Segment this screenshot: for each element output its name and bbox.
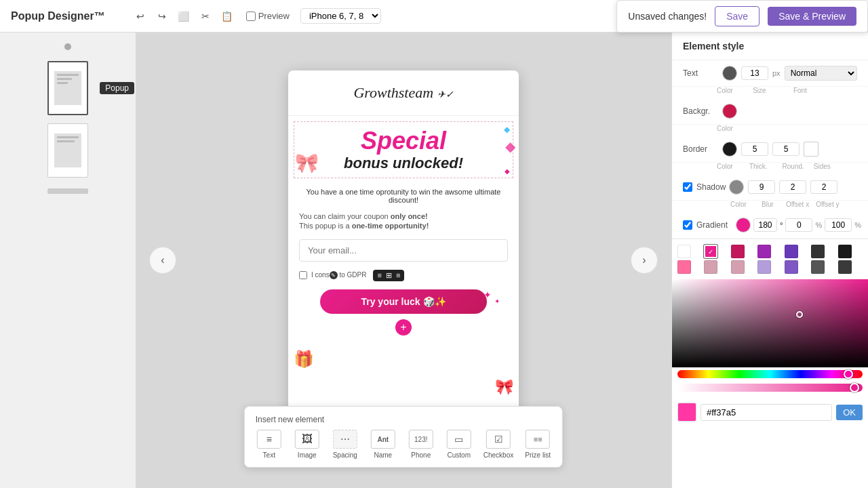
- insert-label-checkbox: Checkbox: [484, 451, 513, 459]
- hue-slider[interactable]: [677, 370, 863, 378]
- gradient-color-swatch[interactable]: [736, 218, 751, 232]
- b-thick-sublabel: Thick.: [749, 163, 768, 170]
- preset-lightpink[interactable]: [677, 260, 691, 274]
- preset-mediumpurple[interactable]: [757, 260, 771, 274]
- plus-button[interactable]: +: [395, 319, 412, 336]
- preset-gray[interactable]: [811, 260, 825, 274]
- border-sublabels: Color Thick. Round. Sides: [672, 163, 868, 174]
- color-ok-button[interactable]: OK: [836, 405, 863, 420]
- align-right-icon[interactable]: ≡: [396, 271, 400, 279]
- insert-item-checkbox[interactable]: ☑ Checkbox: [484, 430, 513, 459]
- nav-arrow-right[interactable]: ›: [631, 247, 658, 274]
- popup-cta-button[interactable]: Try your luck 🎲✨: [320, 289, 487, 314]
- popup-bonus-text: bonus unlocked!: [300, 155, 507, 172]
- preset-purple[interactable]: [757, 245, 771, 258]
- preset-darkgray[interactable]: [811, 245, 825, 258]
- shadow-offset-y-input[interactable]: [810, 180, 837, 194]
- shadow-checkbox[interactable]: [683, 182, 692, 192]
- color-gradient-area[interactable]: [672, 279, 868, 367]
- insert-label-phone: Phone: [411, 451, 431, 459]
- corner-decoration-br: ◆: [505, 167, 510, 175]
- page-indicator-dot: [64, 43, 71, 50]
- preview-label[interactable]: Preview: [246, 11, 290, 21]
- preset-white[interactable]: [677, 245, 691, 258]
- insert-item-image[interactable]: 🖼 Image: [294, 430, 321, 459]
- popup-email-input[interactable]: [299, 239, 508, 262]
- backgr-controls: [722, 104, 857, 119]
- save-button[interactable]: Save: [715, 6, 760, 26]
- copy-icon[interactable]: ⬜: [176, 8, 192, 24]
- insert-label-custom: Custom: [448, 451, 471, 459]
- phone-frame: Growthsteam ✈︎✓ ◆ ◆ Special bonus unlock…: [288, 70, 519, 450]
- text-color-swatch[interactable]: [722, 66, 737, 81]
- hue-slider-area: [672, 367, 868, 381]
- cut-icon[interactable]: ✂: [197, 8, 214, 24]
- backgr-color-swatch[interactable]: [722, 104, 737, 119]
- text-sublabels: Color Size Font: [672, 87, 868, 98]
- align-center-icon[interactable]: ⊞: [386, 271, 392, 280]
- insert-item-name[interactable]: Ant Name: [370, 430, 397, 459]
- paste-icon[interactable]: 📋: [219, 8, 235, 24]
- save-preview-button[interactable]: Save & Preview: [768, 7, 856, 26]
- shadow-sublabels: Color Blur Offset x Offset y: [672, 201, 868, 212]
- thumb-line: [57, 140, 75, 142]
- gradient-checkbox[interactable]: [683, 220, 692, 230]
- font-select[interactable]: Normal: [785, 66, 857, 81]
- insert-label-image: Image: [298, 451, 317, 459]
- gradient-label: Gradient: [696, 220, 730, 230]
- insert-item-prizelist[interactable]: ≡≡ Prize list: [524, 430, 551, 459]
- shadow-controls: [729, 180, 857, 195]
- backgr-row: Backgr.: [672, 98, 868, 125]
- gradient-pct2-input[interactable]: [825, 218, 852, 232]
- text-controls: px Normal: [722, 66, 857, 81]
- preset-black[interactable]: [838, 245, 852, 258]
- left-sidebar: Popup: [0, 33, 136, 488]
- undo-icon[interactable]: ↩: [132, 8, 149, 24]
- preset-darkergray[interactable]: [838, 260, 852, 274]
- insert-item-custom[interactable]: ▭ Custom: [446, 430, 473, 459]
- thumb-line: [57, 136, 79, 138]
- shadow-offset-x-input[interactable]: [779, 180, 806, 194]
- preview-text: Preview: [258, 11, 290, 21]
- shadow-color-swatch[interactable]: [729, 180, 744, 195]
- redo-icon[interactable]: ↪: [154, 8, 170, 24]
- preset-rosegray[interactable]: [704, 260, 717, 274]
- text-icon: ≡: [257, 430, 281, 449]
- gradient-angle-input[interactable]: [753, 218, 777, 232]
- preview-checkbox[interactable]: [246, 12, 256, 21]
- hex-input[interactable]: [701, 404, 832, 421]
- align-left-icon[interactable]: ≡: [377, 271, 381, 279]
- checkbox-icon: ☑: [486, 430, 511, 449]
- alpha-slider-area: [672, 381, 868, 397]
- device-select[interactable]: iPhone 6, 7, 8: [300, 8, 381, 24]
- text-size-input[interactable]: [741, 66, 768, 80]
- nav-arrow-left[interactable]: ‹: [149, 247, 176, 274]
- alpha-cursor: [850, 383, 859, 392]
- shadow-blur-input[interactable]: [748, 180, 775, 194]
- page-thumb-2[interactable]: [47, 123, 88, 178]
- border-color-swatch[interactable]: [722, 142, 737, 157]
- gdpr-checkbox[interactable]: [299, 271, 307, 279]
- insert-item-spacing[interactable]: ⋯ Spacing: [332, 430, 359, 459]
- hue-cursor: [844, 369, 853, 379]
- alpha-slider[interactable]: [677, 384, 863, 392]
- preset-darkpink[interactable]: [731, 245, 745, 258]
- gradient-pct1-input[interactable]: [785, 218, 812, 232]
- preset-lavender[interactable]: [731, 260, 745, 274]
- popup-gdpr: I cons✎ to GDPR ≡ ⊞ ≡: [288, 267, 519, 284]
- popup-special-section[interactable]: ◆ ◆ Special bonus unlocked!: [294, 121, 513, 178]
- page-thumb-1[interactable]: Popup: [47, 61, 88, 115]
- backgr-sublabels: Color: [672, 125, 868, 136]
- insert-item-text[interactable]: ≡ Text: [256, 430, 283, 459]
- insert-item-phone[interactable]: 123! Phone: [408, 430, 435, 459]
- popup-email-section: [288, 234, 519, 267]
- preset-deeppurple[interactable]: [785, 245, 798, 258]
- thumb-line: [57, 82, 68, 84]
- preset-grape[interactable]: [785, 260, 798, 274]
- border-thick-input[interactable]: [741, 142, 768, 156]
- border-label: Border: [683, 144, 717, 154]
- border-round-input[interactable]: [772, 142, 800, 156]
- image-icon: 🖼: [295, 430, 319, 449]
- border-sides-swatch[interactable]: [804, 142, 818, 157]
- preset-pink-selected[interactable]: ✓: [704, 245, 717, 258]
